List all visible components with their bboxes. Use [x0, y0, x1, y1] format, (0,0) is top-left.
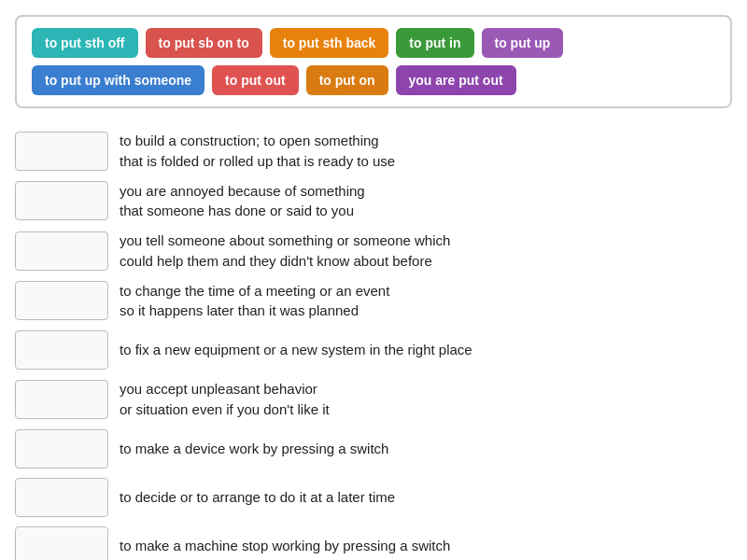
answer-drop-box[interactable]: [15, 281, 108, 320]
chip-chip-2[interactable]: to put sb on to: [146, 28, 262, 58]
chip-chip-8[interactable]: to put on: [306, 65, 388, 95]
match-rows-container: to build a construction; to open somethi…: [15, 131, 732, 560]
answer-drop-box[interactable]: [15, 478, 108, 517]
chip-chip-1[interactable]: to put sth off: [32, 28, 138, 58]
definition-text: you tell someone about something or some…: [120, 231, 450, 272]
answer-drop-box[interactable]: [15, 181, 108, 220]
answer-drop-box[interactable]: [15, 132, 108, 171]
definition-text: to make a machine stop working by pressi…: [120, 536, 450, 556]
match-row: to change the time of a meeting or an ev…: [15, 281, 732, 322]
answer-drop-box[interactable]: [15, 330, 108, 370]
answer-drop-box[interactable]: [15, 526, 108, 561]
definition-text: to decide or to arrange to do it at a la…: [120, 487, 395, 508]
chip-chip-9[interactable]: you are put out: [396, 65, 516, 95]
answer-bank: to put sth offto put sb on toto put sth …: [15, 15, 732, 108]
definition-text: to build a construction; to open somethi…: [120, 131, 395, 172]
chip-chip-5[interactable]: to put up: [482, 28, 564, 58]
match-row: to decide or to arrange to do it at a la…: [15, 478, 732, 517]
definition-text: to fix a new equipment or a new system i…: [120, 340, 472, 360]
chip-chip-3[interactable]: to put sth back: [270, 28, 389, 58]
match-row: to make a machine stop working by pressi…: [15, 526, 732, 561]
definition-text: you are annoyed because of somethingthat…: [120, 181, 365, 222]
match-row: to make a device work by pressing a swit…: [15, 429, 732, 469]
definition-text: to change the time of a meeting or an ev…: [120, 281, 389, 322]
chip-chip-7[interactable]: to put out: [212, 65, 299, 95]
answer-drop-box[interactable]: [15, 231, 108, 271]
definition-text: to make a device work by pressing a swit…: [120, 439, 388, 459]
match-row: you are annoyed because of somethingthat…: [15, 181, 732, 222]
match-row: to fix a new equipment or a new system i…: [15, 330, 732, 370]
match-row: to build a construction; to open somethi…: [15, 131, 732, 172]
match-row: you tell someone about something or some…: [15, 231, 732, 272]
chip-chip-4[interactable]: to put in: [396, 28, 473, 58]
answer-drop-box[interactable]: [15, 429, 108, 469]
answer-drop-box[interactable]: [15, 380, 108, 419]
chip-chip-6[interactable]: to put up with someone: [32, 65, 204, 95]
match-row: you accept unpleasant behavioror situati…: [15, 379, 732, 420]
definition-text: you accept unpleasant behavioror situati…: [120, 379, 330, 420]
